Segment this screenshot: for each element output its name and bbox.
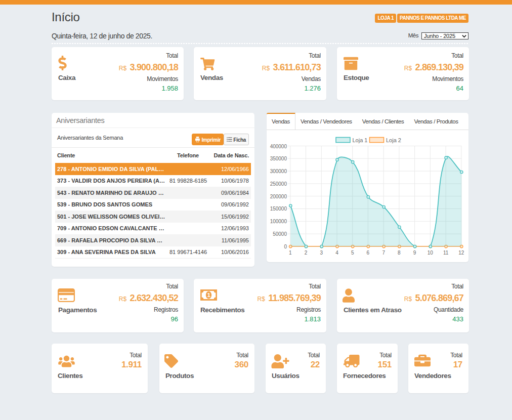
svg-text:4: 4: [335, 250, 338, 256]
svg-text:12: 12: [458, 250, 464, 256]
svg-text:1: 1: [289, 250, 292, 256]
svg-text:9: 9: [413, 250, 416, 256]
svg-text:10: 10: [428, 250, 434, 256]
svg-text:250000: 250000: [270, 181, 287, 187]
svg-text:7: 7: [382, 250, 385, 256]
svg-text:6: 6: [367, 250, 370, 256]
svg-text:50000: 50000: [273, 231, 287, 237]
svg-text:11: 11: [443, 250, 449, 256]
svg-text:400000: 400000: [270, 144, 287, 149]
svg-text:350000: 350000: [270, 156, 287, 161]
svg-text:150000: 150000: [270, 206, 287, 212]
svg-text:0: 0: [284, 244, 287, 249]
svg-text:8: 8: [398, 250, 401, 256]
svg-text:200000: 200000: [270, 194, 287, 199]
svg-text:5: 5: [351, 250, 354, 256]
svg-text:100000: 100000: [270, 219, 287, 224]
svg-text:2: 2: [305, 250, 308, 256]
svg-text:3: 3: [320, 250, 323, 256]
svg-text:Loja 2: Loja 2: [386, 137, 401, 143]
svg-text:Loja 1: Loja 1: [353, 137, 368, 143]
svg-text:300000: 300000: [270, 169, 287, 174]
svg-text:1: 1: [207, 292, 210, 298]
